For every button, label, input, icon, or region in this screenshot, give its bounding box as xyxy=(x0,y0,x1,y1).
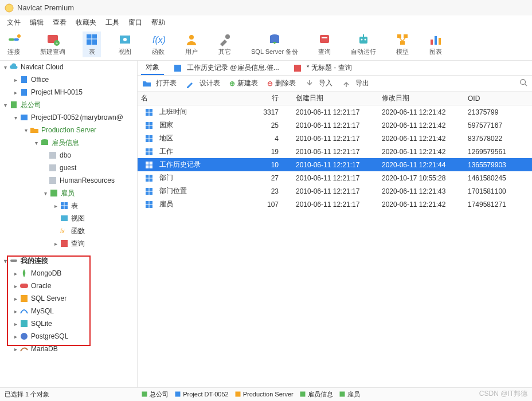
table-row[interactable]: 地区42010-06-11 12:21:172020-06-11 12:21:4… xyxy=(138,132,532,145)
row-modified: 2020-10-17 10:55:28 xyxy=(378,171,464,184)
table-row[interactable]: 部门272010-06-11 12:21:172020-10-17 10:55:… xyxy=(138,171,532,184)
table-row[interactable]: 国家252010-06-11 12:21:172020-06-11 12:21:… xyxy=(138,119,532,132)
col-oid[interactable]: OID xyxy=(464,92,532,105)
action-search[interactable] xyxy=(519,78,527,88)
chevron-right-icon[interactable]: ▸ xyxy=(11,270,19,277)
tree-schema-guest[interactable]: guest xyxy=(0,162,137,174)
crumb-server[interactable]: Production Server xyxy=(234,391,294,398)
chevron-right-icon[interactable]: ▸ xyxy=(11,321,19,327)
tool-users[interactable]: 用户 xyxy=(182,32,201,57)
chevron-right-icon[interactable]: ▸ xyxy=(11,333,19,340)
tool-new-query[interactable]: + 新建查询 xyxy=(38,32,68,57)
tool-tables[interactable]: 表 xyxy=(83,32,101,57)
table-row[interactable]: 部门位置232010-06-11 12:21:172020-06-11 12:2… xyxy=(138,184,532,198)
tree-company[interactable]: ▾ 总公司 xyxy=(0,99,137,111)
chevron-right-icon[interactable]: ▸ xyxy=(11,296,19,302)
tool-query[interactable]: 查询 xyxy=(315,32,334,57)
menu-view[interactable]: 查看 xyxy=(49,17,70,29)
table-row[interactable]: 工作192010-06-11 12:21:172020-06-11 12:21:… xyxy=(138,145,532,158)
chevron-right-icon[interactable]: ▸ xyxy=(11,308,19,314)
crumb-schema[interactable]: 雇员 xyxy=(339,391,360,398)
tool-label: 表 xyxy=(89,48,95,56)
chevron-down-icon[interactable]: ▾ xyxy=(22,127,30,133)
action-design[interactable]: 设计表 xyxy=(186,78,220,88)
tree-conn-postgresql[interactable]: ▸ PostgreSQL xyxy=(0,330,137,343)
tree-conn-mariadb[interactable]: ▸ MariaDB xyxy=(0,343,137,355)
tree-conn-oracle[interactable]: ▸ Oracle xyxy=(0,280,137,292)
tab-objects[interactable]: 对象 xyxy=(141,61,164,75)
tree-schema-hr[interactable]: HumanResources xyxy=(0,174,137,187)
menu-help[interactable]: 帮助 xyxy=(148,17,169,29)
chevron-right-icon[interactable]: ▸ xyxy=(11,283,19,289)
tab-history[interactable]: 工作历史记录 @雇员信息.催... xyxy=(169,61,284,75)
action-export[interactable]: 导出 xyxy=(342,78,369,88)
tree-navicat-cloud[interactable]: ▾ Navicat Cloud xyxy=(0,61,137,73)
table-row[interactable]: 雇员1072010-06-11 12:21:172020-06-11 12:21… xyxy=(138,198,532,211)
tree-cloud-office[interactable]: ▸ Office xyxy=(0,73,137,86)
tool-functions[interactable]: f(x) 函数 xyxy=(149,32,167,57)
col-modified[interactable]: 修改日期 xyxy=(378,92,464,105)
tool-views[interactable]: 视图 xyxy=(116,32,134,57)
col-name[interactable]: 名 xyxy=(138,92,252,105)
action-import[interactable]: 导入 xyxy=(305,78,332,88)
table-row[interactable]: 上班时间33172010-06-11 12:21:172020-06-11 12… xyxy=(138,105,532,119)
row-oid: 1749581271 xyxy=(464,198,532,211)
tree-panel[interactable]: ▾ Navicat Cloud ▸ Office ▸ Project MH-00… xyxy=(0,61,138,387)
row-rows: 23 xyxy=(252,184,292,198)
tree-sub-query[interactable]: ▸ 查询 xyxy=(0,237,137,250)
chevron-right-icon[interactable]: ▸ xyxy=(11,77,19,83)
table-row[interactable]: 工作历史记录102010-06-11 12:21:172020-06-11 12… xyxy=(138,158,532,171)
tool-model[interactable]: 模型 xyxy=(393,32,412,57)
tree-schema-dbo[interactable]: dbo xyxy=(0,149,137,162)
tab-untitled-query[interactable]: * 无标题 - 查询 xyxy=(288,61,357,75)
menu-edit[interactable]: 编辑 xyxy=(26,17,47,29)
chevron-right-icon[interactable]: ▸ xyxy=(11,89,19,96)
tool-others[interactable]: 其它 xyxy=(216,32,234,57)
chevron-down-icon[interactable]: ▾ xyxy=(1,64,9,70)
tool-connect[interactable]: 连接 xyxy=(5,32,23,57)
tree-employee-info[interactable]: ▾ 雇员信息 xyxy=(0,136,137,149)
tree-my-connections[interactable]: ▾ 我的连接 xyxy=(0,254,137,267)
chevron-down-icon[interactable]: ▾ xyxy=(11,115,19,121)
action-open[interactable]: 打开表 xyxy=(142,78,177,88)
tool-chart[interactable]: 图表 xyxy=(427,32,445,57)
row-oid: 837578022 xyxy=(464,132,532,145)
tool-sqlserver-backup[interactable]: SQL Server 备份 xyxy=(249,32,300,57)
col-created[interactable]: 创建日期 xyxy=(292,92,378,105)
robot-icon xyxy=(357,33,370,46)
tree-project-dt[interactable]: ▾ ProjectDT-0052 (marybrown@ xyxy=(0,111,137,124)
chevron-right-icon[interactable]: ▸ xyxy=(52,203,60,209)
tree-sub-tables[interactable]: ▸ 表 xyxy=(0,199,137,212)
tree-cloud-project[interactable]: ▸ Project MH-0015 xyxy=(0,86,137,99)
menu-window[interactable]: 窗口 xyxy=(125,17,146,29)
minus-icon: ⊖ xyxy=(267,80,273,88)
col-rows[interactable]: 行 xyxy=(252,92,292,105)
tree-conn-mongodb[interactable]: ▸ MongoDB xyxy=(0,267,137,280)
chevron-down-icon[interactable]: ▾ xyxy=(1,258,9,264)
menu-tools[interactable]: 工具 xyxy=(102,17,123,29)
menu-file[interactable]: 文件 xyxy=(3,17,24,29)
svg-point-21 xyxy=(365,39,366,41)
tree-conn-mysql[interactable]: ▸ MySQL xyxy=(0,305,137,317)
tool-auto-run[interactable]: 自动运行 xyxy=(349,32,378,57)
tree-production-server[interactable]: ▾ Production Server xyxy=(0,124,137,136)
svg-point-0 xyxy=(5,4,13,12)
tree-sub-views[interactable]: 视图 xyxy=(0,212,137,225)
search-icon xyxy=(519,78,527,88)
crumb-project[interactable]: Project DT-0052 xyxy=(174,391,228,398)
chevron-down-icon[interactable]: ▾ xyxy=(41,190,49,196)
chevron-down-icon[interactable]: ▾ xyxy=(1,102,9,108)
chevron-right-icon[interactable]: ▸ xyxy=(11,346,19,352)
chevron-down-icon[interactable]: ▾ xyxy=(32,140,40,146)
tool-label: 新建查询 xyxy=(40,48,65,56)
crumb-db[interactable]: 雇员信息 xyxy=(299,391,333,398)
tree-conn-sqlite[interactable]: ▸ SQLite xyxy=(0,317,137,330)
crumb-company[interactable]: 总公司 xyxy=(141,391,169,398)
tree-conn-sqlserver[interactable]: ▸ SQL Server xyxy=(0,292,137,305)
action-delete[interactable]: ⊖ 删除表 xyxy=(267,78,296,88)
tree-sub-functions[interactable]: fx 函数 xyxy=(0,225,137,237)
action-new[interactable]: ⊕ 新建表 xyxy=(229,78,258,88)
chevron-right-icon[interactable]: ▸ xyxy=(52,241,60,247)
menu-fav[interactable]: 收藏夹 xyxy=(72,17,100,29)
tree-schema-employees[interactable]: ▾ 雇员 xyxy=(0,187,137,199)
